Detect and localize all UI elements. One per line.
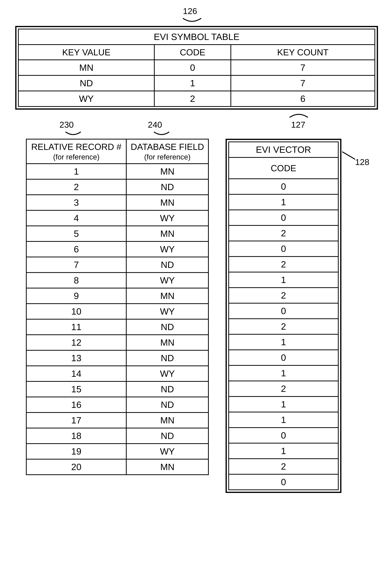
table-row: 0: [229, 350, 338, 365]
table-cell: 3: [26, 195, 126, 211]
table-cell: MN: [126, 288, 208, 304]
table-cell: ND: [126, 381, 208, 397]
table-cell: 4: [26, 211, 126, 226]
table-cell: 17: [26, 413, 126, 428]
table-cell: WY: [126, 273, 208, 288]
table-row: 16ND: [26, 397, 208, 413]
table-cell: MN: [126, 195, 208, 211]
table-cell: 2: [229, 319, 338, 334]
table-row: 18ND: [26, 428, 208, 444]
table-cell: 2: [229, 225, 338, 241]
table-row: 1MN: [26, 164, 208, 179]
table-row: MN07: [18, 60, 375, 75]
table-cell: 2: [229, 459, 338, 474]
symbol-header-key: KEY VALUE: [18, 45, 154, 60]
table-row: 8WY: [26, 273, 208, 288]
table-row: 2: [229, 288, 338, 303]
table-row: 0: [229, 474, 338, 490]
table-row: 1: [229, 412, 338, 428]
table-cell: 6: [231, 91, 375, 106]
table-cell: 1: [229, 412, 338, 428]
table-row: 0: [229, 179, 338, 194]
table-cell: 2: [229, 257, 338, 272]
brace-126: [181, 17, 203, 26]
table-cell: 1: [229, 194, 338, 210]
table-row: 17MN: [26, 413, 208, 428]
table-cell: 2: [229, 288, 338, 303]
table-cell: 0: [229, 241, 338, 257]
table-cell: ND: [18, 75, 154, 91]
table-cell: MN: [126, 226, 208, 242]
ref-230: 230: [59, 120, 74, 129]
table-row: 20MN: [26, 459, 208, 475]
table-cell: ND: [126, 257, 208, 273]
table-row: 1: [229, 365, 338, 381]
table-cell: ND: [126, 179, 208, 195]
table-row: 2ND: [26, 179, 208, 195]
table-cell: ND: [126, 397, 208, 413]
symbol-table-title: EVI SYMBOL TABLE: [18, 29, 375, 45]
record-table-frame: RELATIVE RECORD # (for reference) DATABA…: [26, 139, 209, 475]
table-row: 11ND: [26, 319, 208, 335]
table-cell: WY: [126, 444, 208, 459]
table-cell: 5: [26, 226, 126, 242]
symbol-header-count: KEY COUNT: [231, 45, 375, 60]
record-header-col2-sub: (for reference): [128, 153, 207, 161]
record-header-col2-main: DATABASE FIELD: [131, 142, 204, 152]
table-cell: 13: [26, 350, 126, 366]
table-row: 14WY: [26, 366, 208, 381]
table-row: 2: [229, 381, 338, 397]
table-row: 0: [229, 241, 338, 257]
symbol-table-frame: EVI SYMBOL TABLE KEY VALUE CODE KEY COUN…: [15, 26, 378, 110]
table-row: 2: [229, 459, 338, 474]
table-cell: 18: [26, 428, 126, 444]
record-header-col2: DATABASE FIELD (for reference): [126, 139, 208, 164]
table-row: 0: [229, 303, 338, 319]
table-cell: 1: [229, 272, 338, 288]
table-cell: 1: [229, 365, 338, 381]
table-row: WY26: [18, 91, 375, 106]
table-row: 1: [229, 397, 338, 412]
table-cell: ND: [126, 428, 208, 444]
table-cell: 2: [26, 179, 126, 195]
ref-126: 126: [183, 6, 197, 16]
table-cell: 7: [231, 75, 375, 91]
diagram-canvas: 126 EVI SYMBOL TABLE KEY VALUE CODE KEY …: [6, 6, 387, 555]
table-cell: 15: [26, 381, 126, 397]
vector-table: EVI VECTOR CODE 01020212021012110120: [228, 141, 339, 490]
table-row: 3MN: [26, 195, 208, 211]
table-cell: ND: [126, 319, 208, 335]
table-cell: 1: [26, 164, 126, 179]
vector-table-subtitle: CODE: [229, 157, 338, 179]
table-cell: 12: [26, 335, 126, 350]
table-cell: MN: [126, 335, 208, 350]
table-row: 1: [229, 272, 338, 288]
symbol-table: EVI SYMBOL TABLE KEY VALUE CODE KEY COUN…: [18, 29, 375, 107]
table-cell: 6: [26, 242, 126, 257]
brace-127: [288, 110, 309, 119]
ref-240: 240: [148, 120, 162, 129]
table-cell: 8: [26, 273, 126, 288]
vector-table-title: EVI VECTOR: [229, 142, 338, 157]
table-cell: WY: [18, 91, 154, 106]
table-cell: 0: [229, 210, 338, 225]
brace-240: [152, 130, 171, 138]
table-cell: 0: [229, 179, 338, 194]
table-row: 13ND: [26, 350, 208, 366]
record-header-col1-main: RELATIVE RECORD #: [31, 142, 121, 152]
record-header-col1: RELATIVE RECORD # (for reference): [26, 139, 126, 164]
table-cell: 1: [229, 443, 338, 459]
table-cell: 0: [229, 474, 338, 490]
table-cell: 14: [26, 366, 126, 381]
vector-table-frame: EVI VECTOR CODE 01020212021012110120: [226, 139, 341, 493]
table-row: 0: [229, 210, 338, 225]
table-cell: 7: [231, 60, 375, 75]
table-cell: 11: [26, 319, 126, 335]
table-row: 12MN: [26, 335, 208, 350]
table-row: 2: [229, 319, 338, 334]
table-cell: 1: [154, 75, 231, 91]
brace-230: [64, 130, 82, 138]
table-cell: 1: [229, 334, 338, 350]
table-cell: MN: [126, 164, 208, 179]
table-row: 0: [229, 428, 338, 443]
